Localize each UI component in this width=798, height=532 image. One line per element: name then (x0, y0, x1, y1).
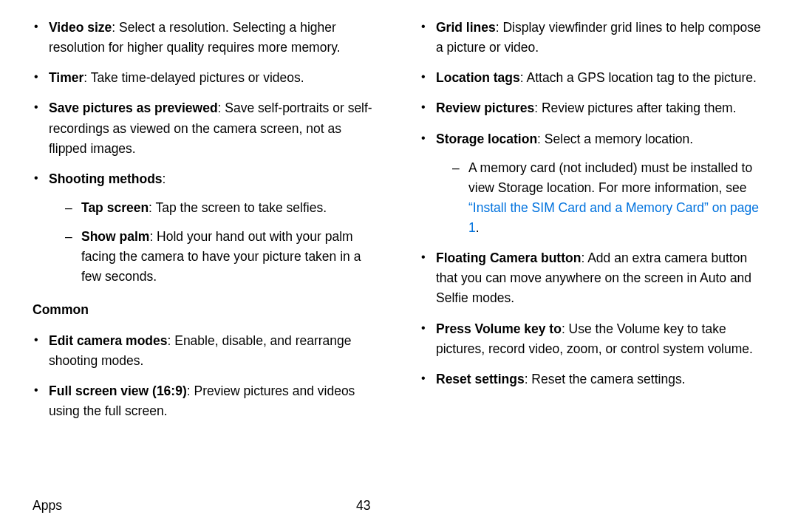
item-label: Tap screen (81, 200, 149, 215)
item-label: Press Volume key to (436, 321, 562, 336)
list-item: Storage location: Select a memory locati… (420, 129, 765, 239)
list-item: Save pictures as previewed: Save self-po… (33, 98, 378, 158)
sub-list-item: A memory card (not included) must be ins… (452, 158, 765, 239)
footer-section-label: Apps (33, 496, 62, 516)
list-item: Shooting methods: Tap screen: Tap the sc… (33, 169, 378, 287)
left-column: Video size: Select a resolution. Selecti… (33, 18, 378, 432)
list-item: Review pictures: Review pictures after t… (420, 98, 765, 118)
item-desc: : Tap the screen to take selfies. (149, 200, 327, 215)
list-item: Edit camera modes: Enable, disable, and … (33, 331, 378, 371)
item-desc: : Review pictures after taking them. (534, 100, 736, 115)
storage-note-post: . (476, 220, 480, 235)
list-item: Location tags: Attach a GPS location tag… (420, 68, 765, 88)
item-desc: : Select a memory location. (537, 132, 693, 146)
sub-list-item: Show palm: Hold your hand out with your … (65, 227, 378, 287)
item-label: Location tags (436, 70, 520, 85)
item-label: Full screen view (16:9) (49, 383, 187, 398)
item-desc: : Attach a GPS location tag to the pictu… (520, 70, 757, 85)
sub-list-item: Tap screen: Tap the screen to take selfi… (65, 198, 378, 218)
item-label: Reset settings (436, 372, 525, 386)
item-label: Edit camera modes (49, 333, 167, 348)
item-label: Timer (49, 70, 83, 85)
section-heading-common: Common (33, 300, 378, 320)
list-item: Press Volume key to: Use the Volume key … (420, 319, 765, 359)
cross-reference-link[interactable]: “Install the SIM Card and a Memory Card”… (468, 200, 759, 235)
item-label: Review pictures (436, 100, 534, 115)
item-label: Storage location (436, 132, 537, 146)
list-item: Timer: Take time-delayed pictures or vid… (33, 68, 378, 88)
manual-page: { "left": { "items": [ { "label": "Video… (0, 0, 798, 532)
right-column: Grid lines: Display viewfinder grid line… (420, 18, 765, 432)
item-desc: : Take time-delayed pictures or videos. (83, 70, 304, 85)
item-label: Floating Camera button (436, 250, 581, 265)
list-item: Full screen view (16:9): Preview picture… (33, 381, 378, 421)
item-label: Grid lines (436, 20, 496, 35)
list-item: Video size: Select a resolution. Selecti… (33, 18, 378, 58)
item-desc: : Reset the camera settings. (525, 372, 686, 386)
list-item: Grid lines: Display viewfinder grid line… (420, 18, 765, 58)
item-label: Shooting methods (49, 171, 163, 186)
item-label: Show palm (81, 229, 149, 244)
item-desc: : (163, 171, 166, 186)
item-label: Video size (49, 20, 112, 35)
item-label: Save pictures as previewed (49, 100, 218, 115)
list-item: Floating Camera button: Add an extra cam… (420, 248, 765, 308)
page-footer: Apps 43 (33, 496, 765, 516)
storage-note-pre: A memory card (not included) must be ins… (468, 160, 752, 195)
list-item: Reset settings: Reset the camera setting… (420, 369, 765, 389)
footer-page-number: 43 (356, 496, 370, 516)
